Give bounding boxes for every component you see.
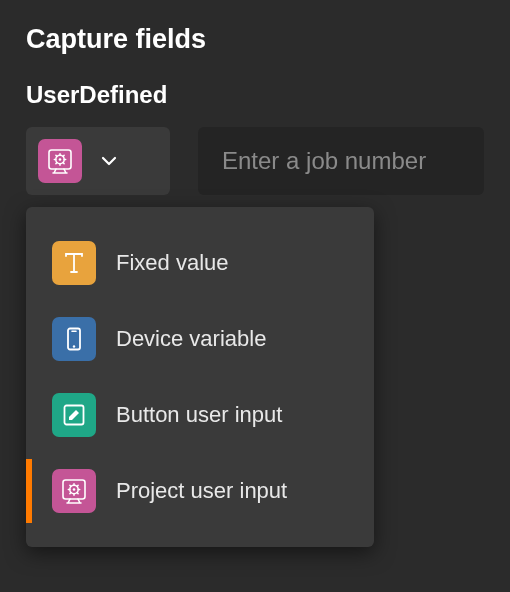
- section-label: UserDefined: [26, 81, 484, 109]
- svg-line-7: [56, 155, 57, 156]
- svg-line-22: [70, 485, 71, 486]
- svg-point-2: [59, 158, 62, 161]
- menu-item-label: Button user input: [116, 402, 282, 428]
- chevron-down-icon: [100, 152, 118, 170]
- svg-point-17: [73, 488, 76, 491]
- menu-item-label: Fixed value: [116, 250, 229, 276]
- menu-item-fixed-value[interactable]: Fixed value: [26, 225, 374, 301]
- svg-line-23: [77, 493, 78, 494]
- field-type-dropdown: Fixed value Device variable Button user …: [26, 207, 374, 547]
- svg-point-13: [73, 345, 75, 347]
- svg-line-25: [70, 493, 71, 494]
- field-type-selector[interactable]: [26, 127, 170, 195]
- svg-line-24: [77, 485, 78, 486]
- page-title: Capture fields: [26, 24, 484, 55]
- job-number-input[interactable]: [198, 127, 484, 195]
- project-gear-icon: [38, 139, 82, 183]
- menu-item-label: Device variable: [116, 326, 266, 352]
- menu-item-device-variable[interactable]: Device variable: [26, 301, 374, 377]
- project-gear-icon: [52, 469, 96, 513]
- pencil-icon: [52, 393, 96, 437]
- svg-line-8: [63, 163, 64, 164]
- text-icon: [52, 241, 96, 285]
- menu-item-label: Project user input: [116, 478, 287, 504]
- device-icon: [52, 317, 96, 361]
- svg-line-9: [63, 155, 64, 156]
- menu-item-button-user-input[interactable]: Button user input: [26, 377, 374, 453]
- menu-item-project-user-input[interactable]: Project user input: [26, 453, 374, 529]
- svg-line-10: [56, 163, 57, 164]
